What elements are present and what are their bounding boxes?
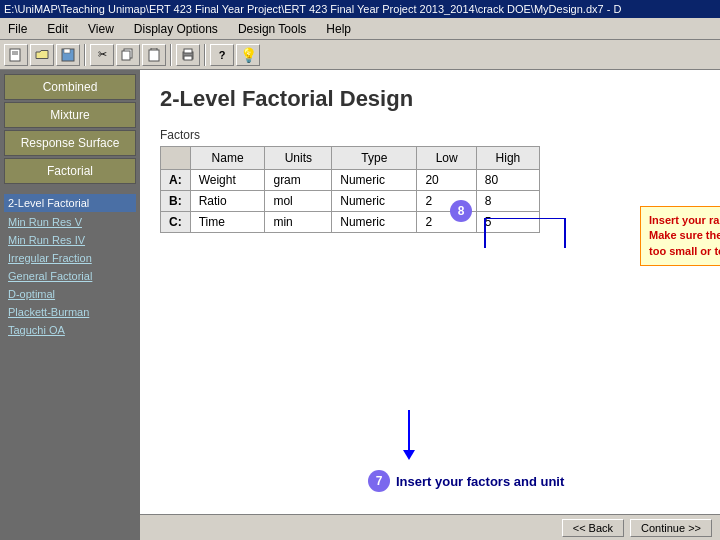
menu-file[interactable]: File [4,21,31,37]
table-row-b: B: Ratio mol Numeric 2 8 [161,191,540,212]
table-row-a: A: Weight gram Numeric 20 80 [161,170,540,191]
sidebar-link-min-run-res-v[interactable]: Min Run Res V [4,214,136,230]
menu-display-options[interactable]: Display Options [130,21,222,37]
sidebar-btn-factorial[interactable]: Factorial [4,158,136,184]
menu-bar: File Edit View Display Options Design To… [0,18,720,40]
svg-rect-8 [149,50,159,61]
cell-c-type: Numeric [332,212,417,233]
sidebar-link-d-optimal[interactable]: D-optimal [4,286,136,302]
row-label-a: A: [161,170,191,191]
toolbar: ✂ ? 💡 [0,40,720,70]
toolbar-btn-tip[interactable]: 💡 [236,44,260,66]
svg-rect-10 [184,49,192,53]
svg-rect-4 [64,49,70,53]
menu-design-tools[interactable]: Design Tools [234,21,310,37]
cell-a-name[interactable]: Weight [190,170,265,191]
toolbar-separator-2 [170,44,172,66]
toolbar-btn-print[interactable] [176,44,200,66]
toolbar-btn-copy[interactable] [116,44,140,66]
sidebar-btn-mixture[interactable]: Mixture [4,102,136,128]
col-header-name: Name [190,147,265,170]
sidebar-link-2level-factorial[interactable]: 2-Level Factorial [4,194,136,212]
col-header-units: Units [265,147,332,170]
toolbar-btn-help[interactable]: ? [210,44,234,66]
sidebar-link-taguchi-oa[interactable]: Taguchi OA [4,322,136,338]
row-label-b: B: [161,191,191,212]
menu-view[interactable]: View [84,21,118,37]
toolbar-btn-new[interactable] [4,44,28,66]
sidebar-link-irregular-fraction[interactable]: Irregular Fraction [4,250,136,266]
page-title: 2-Level Factorial Design [160,86,700,112]
cell-b-name[interactable]: Ratio [190,191,265,212]
cell-b-units[interactable]: mol [265,191,332,212]
sidebar-link-min-run-res-iv[interactable]: Min Run Res IV [4,232,136,248]
continue-button[interactable]: Continue >> [630,519,712,537]
toolbar-separator-1 [84,44,86,66]
col-header-low: Low [417,147,476,170]
main-layout: Combined Mixture Response Surface Factor… [0,70,720,540]
title-bar: E:\UniMAP\Teaching Unimap\ERT 423 Final … [0,0,720,18]
cell-a-units[interactable]: gram [265,170,332,191]
svg-rect-11 [184,56,192,60]
cell-c-name[interactable]: Time [190,212,265,233]
toolbar-btn-open[interactable] [30,44,54,66]
toolbar-btn-paste[interactable] [142,44,166,66]
svg-rect-0 [10,49,20,61]
back-button[interactable]: << Back [562,519,624,537]
menu-help[interactable]: Help [322,21,355,37]
factors-label: Factors [160,128,700,142]
menu-edit[interactable]: Edit [43,21,72,37]
sidebar-link-plackett-burman[interactable]: Plackett-Burman [4,304,136,320]
col-header-high: High [476,147,539,170]
cell-c-units[interactable]: min [265,212,332,233]
arrow-factors [403,410,415,460]
sidebar-link-general-factorial[interactable]: General Factorial [4,268,136,284]
sidebar-btn-combined[interactable]: Combined [4,74,136,100]
callout-range: Insert your range here! Make sure the ra… [640,206,720,266]
toolbar-btn-cut[interactable]: ✂ [90,44,114,66]
content-area: 2-Level Factorial Design Factors Name Un… [140,70,720,540]
col-header-type: Type [332,147,417,170]
toolbar-btn-save[interactable] [56,44,80,66]
svg-rect-6 [122,51,130,60]
row-label-c: C: [161,212,191,233]
cell-b-type: Numeric [332,191,417,212]
bottom-nav-bar: << Back Continue >> [140,514,720,540]
sidebar: Combined Mixture Response Surface Factor… [0,70,140,540]
cell-b-high[interactable]: 8 [476,191,539,212]
annotation-badge-7: 7 [368,470,390,492]
bracket-arrow [440,218,640,273]
annotation-tip-7: Insert your factors and unit [396,474,564,489]
title-text: E:\UniMAP\Teaching Unimap\ERT 423 Final … [4,3,621,15]
sidebar-btn-response-surface[interactable]: Response Surface [4,130,136,156]
toolbar-separator-3 [204,44,206,66]
cell-a-low[interactable]: 20 [417,170,476,191]
cell-a-high[interactable]: 80 [476,170,539,191]
cell-a-type: Numeric [332,170,417,191]
